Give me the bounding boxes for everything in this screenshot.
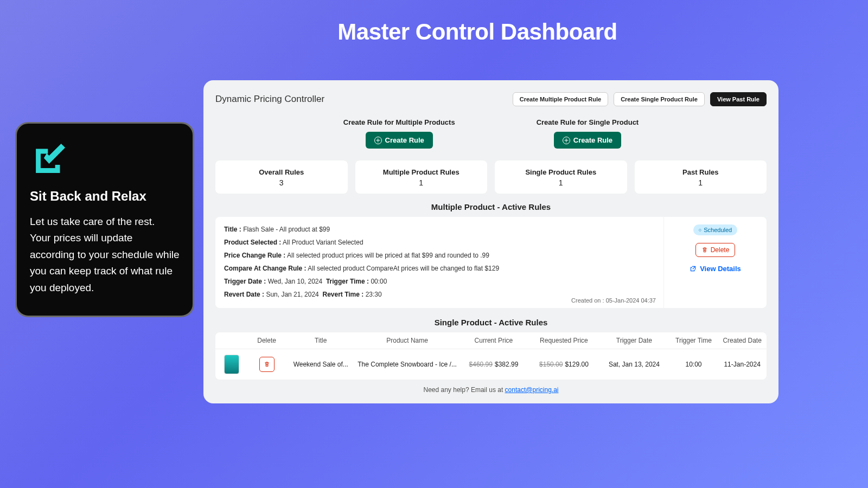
rule-created-on: Created on : 05-Jan-2024 04:37 [571, 297, 656, 304]
row-current-price: $460.99$382.99 [458, 361, 528, 368]
status-badge: Scheduled [693, 224, 737, 235]
rule-actions: Scheduled Delete View Details [663, 217, 767, 308]
view-details-label: View Details [700, 265, 741, 273]
stat-label: Multiple Product Rules [355, 168, 488, 176]
trash-icon [701, 247, 708, 253]
plus-icon [563, 137, 570, 144]
th-title: Title [285, 337, 355, 344]
external-icon [690, 265, 697, 272]
create-rule-single-button[interactable]: Create Rule [554, 132, 621, 149]
rule-compare-change: Compare At Change Rule : All selected pr… [224, 264, 655, 273]
stat-value: 3 [215, 178, 348, 187]
create-multi-col: Create Rule for Multiple Products Create… [343, 118, 455, 149]
stat-past: Past Rules 1 [635, 160, 767, 194]
row-trigger-time: 10:00 [669, 361, 718, 368]
create-rule-text: Create Rule [573, 136, 612, 144]
row-trigger-date: Sat, Jan 13, 2024 [599, 361, 669, 368]
row-created-date: 11-Jan-2024 [718, 361, 767, 368]
row-delete-button[interactable] [259, 357, 275, 372]
app-title: Dynamic Pricing Controller [215, 94, 324, 105]
single-section-title: Single Product - Active Rules [215, 318, 767, 327]
create-single-rule-button[interactable]: Create Single Product Rule [614, 92, 705, 106]
view-details-link[interactable]: View Details [690, 265, 741, 273]
rule-price-change: Price Change Rule : All selected product… [224, 251, 655, 260]
th-trigger-time: Trigger Time [669, 337, 718, 344]
th-trigger-date: Trigger Date [599, 337, 669, 344]
create-rule-row: Create Rule for Multiple Products Create… [215, 118, 767, 149]
th-current-price: Current Price [458, 337, 528, 344]
table-header: Delete Title Product Name Current Price … [215, 332, 767, 349]
row-requested-price: $150.00$129.00 [529, 361, 599, 368]
create-rule-text: Create Rule [385, 136, 424, 144]
product-thumbnail [224, 355, 239, 374]
create-rule-multi-button[interactable]: Create Rule [366, 132, 433, 149]
view-past-rule-button[interactable]: View Past Rule [710, 92, 767, 106]
stat-single: Single Product Rules 1 [495, 160, 627, 194]
app-window: Dynamic Pricing Controller Create Multip… [203, 80, 778, 403]
plus-icon [374, 137, 382, 144]
stat-label: Single Product Rules [495, 168, 627, 176]
rule-trigger: Trigger Date : Wed, Jan 10, 2024 Trigger… [224, 277, 655, 286]
promo-body: Let us take care of the rest. Your price… [30, 214, 180, 296]
stat-value: 1 [355, 178, 488, 187]
header-buttons: Create Multiple Product Rule Create Sing… [513, 92, 767, 106]
rule-product-selected: Product Selected : All Product Variant S… [224, 237, 655, 247]
th-created-date: Created Date [718, 337, 767, 344]
promo-card: Sit Back and Relax Let us take care of t… [15, 122, 194, 317]
hero-title: Master Control Dashboard [337, 19, 617, 45]
stat-label: Past Rules [635, 168, 767, 176]
help-email-link[interactable]: contact@pricing.ai [505, 386, 559, 394]
create-multiple-rule-button[interactable]: Create Multiple Product Rule [513, 92, 608, 106]
th-delete: Delete [248, 337, 286, 344]
stat-multiple: Multiple Product Rules 1 [355, 160, 488, 194]
rule-details: Title : Flash Sale - All product at $99 … [215, 217, 663, 308]
stat-label: Overall Rules [215, 168, 348, 176]
promo-title: Sit Back and Relax [30, 189, 180, 204]
single-rules-table: Delete Title Product Name Current Price … [215, 332, 767, 380]
th-product-name: Product Name [356, 337, 458, 344]
delete-button[interactable]: Delete [695, 243, 736, 257]
multi-section-title: Multiple Product - Active Rules [215, 202, 767, 211]
rule-title: Title : Flash Sale - All product at $99 [224, 224, 655, 234]
stat-value: 1 [495, 178, 627, 187]
rule-card: Title : Flash Sale - All product at $99 … [215, 217, 767, 308]
stat-value: 1 [635, 178, 767, 187]
stat-overall: Overall Rules 3 [215, 160, 348, 194]
row-title: Weekend Sale of... [285, 361, 355, 368]
create-single-col: Create Rule for Single Product Create Ru… [537, 118, 639, 149]
th-requested-price: Requested Price [529, 337, 599, 344]
create-single-label: Create Rule for Single Product [537, 118, 639, 126]
stats-row: Overall Rules 3 Multiple Product Rules 1… [215, 160, 767, 194]
delete-label: Delete [711, 246, 730, 254]
create-multi-label: Create Rule for Multiple Products [343, 118, 455, 126]
app-header: Dynamic Pricing Controller Create Multip… [215, 92, 767, 106]
table-row: Weekend Sale of... The Complete Snowboar… [215, 349, 767, 380]
help-text: Need any help? Email us at contact@prici… [215, 386, 767, 394]
trash-icon [264, 361, 270, 368]
checkmark-icon [30, 139, 70, 179]
row-product-name: The Complete Snowboard - Ice /... [356, 361, 458, 368]
